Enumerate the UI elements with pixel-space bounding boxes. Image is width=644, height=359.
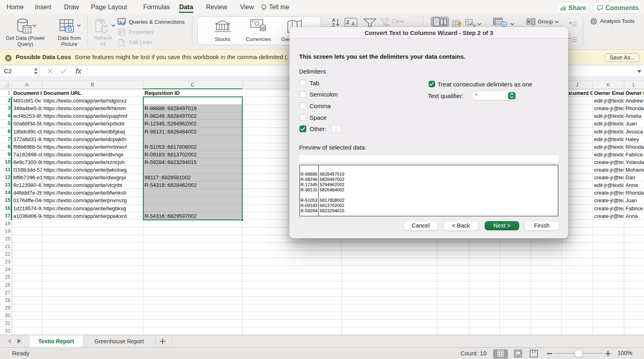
svg-text:A: A — [332, 18, 335, 23]
svg-text:A: A — [351, 21, 355, 27]
svg-text:Z: Z — [347, 20, 349, 25]
